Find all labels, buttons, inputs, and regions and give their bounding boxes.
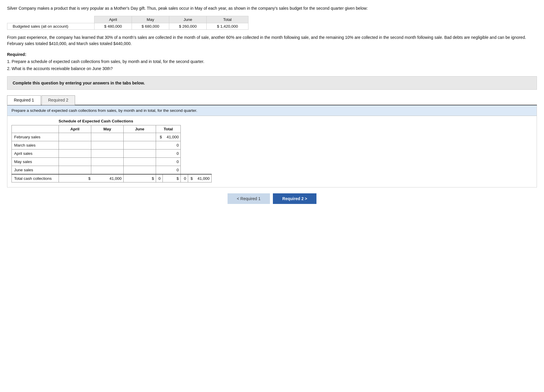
february-may-field[interactable] xyxy=(91,133,123,141)
may-may-field[interactable] xyxy=(91,158,123,166)
june-april-field[interactable] xyxy=(59,166,91,174)
budget-header-may: May xyxy=(132,16,169,23)
february-total: 41,000 xyxy=(162,133,181,141)
march-april-field[interactable] xyxy=(59,141,91,149)
march-june-input[interactable] xyxy=(124,141,156,150)
june-june-field[interactable] xyxy=(124,166,156,174)
june-june-input[interactable] xyxy=(124,166,156,174)
march-june-field[interactable] xyxy=(124,141,156,149)
february-april-field[interactable] xyxy=(59,133,91,141)
tab-required2[interactable]: Required 2 xyxy=(42,95,75,105)
total-may-value: 0 xyxy=(156,174,163,182)
tabs-container: Required 1 Required 2 Prepare a schedule… xyxy=(7,95,537,187)
february-june-field[interactable] xyxy=(124,133,156,141)
total-may-dollar: $ xyxy=(124,174,156,182)
budget-table: April May June Total Budgeted sales (all… xyxy=(7,16,248,30)
required-item-1: 1. Prepare a schedule of expected cash c… xyxy=(7,59,204,64)
may-april-field[interactable] xyxy=(59,158,91,166)
march-dollar xyxy=(156,141,163,150)
nav-buttons: < Required 1 Required 2 > xyxy=(7,193,537,204)
april-total: 0 xyxy=(162,150,181,158)
may-may-input[interactable] xyxy=(91,158,124,166)
march-may-input[interactable] xyxy=(91,141,124,150)
sched-header-april: April xyxy=(59,125,91,133)
may-dollar xyxy=(156,158,163,166)
table-row: April sales 0 xyxy=(12,150,212,158)
budget-may-value: $ 680,000 xyxy=(132,23,169,29)
complete-question-text: Complete this question by entering your … xyxy=(13,81,145,85)
budget-header-june: June xyxy=(169,16,207,23)
total-grand-value: 41,000 xyxy=(193,174,212,182)
prev-button[interactable]: < Required 1 xyxy=(228,193,270,204)
budget-header-total: Total xyxy=(207,16,248,23)
intro-paragraph1: Silver Company makes a product that is v… xyxy=(7,5,537,12)
complete-question-box: Complete this question by entering your … xyxy=(7,76,537,90)
total-june-dollar: $ xyxy=(162,174,181,182)
required-section: Required: 1. Prepare a schedule of expec… xyxy=(7,51,537,72)
tab-content: Prepare a schedule of expected cash coll… xyxy=(7,105,537,187)
budget-total-value: $ 1,420,000 xyxy=(207,23,248,29)
sched-header-may: May xyxy=(91,125,124,133)
table-row: June sales 0 xyxy=(12,166,212,174)
may-total: 0 xyxy=(162,158,181,166)
total-row-label: Total cash collections xyxy=(12,174,59,182)
sched-header-label xyxy=(12,125,59,133)
february-dollar: $ xyxy=(156,133,163,141)
april-june-field[interactable] xyxy=(124,150,156,157)
total-april-value: 41,000 xyxy=(91,174,124,182)
row-label-may: May sales xyxy=(12,158,59,166)
row-label-february: February sales xyxy=(12,133,59,141)
budget-header-april: April xyxy=(94,16,132,23)
june-total: 0 xyxy=(162,166,181,174)
sched-header-june: June xyxy=(124,125,156,133)
total-june-value: 0 xyxy=(181,174,188,182)
april-dollar xyxy=(156,150,163,158)
table-row: May sales 0 xyxy=(12,158,212,166)
tab-description: Prepare a schedule of expected cash coll… xyxy=(7,105,537,116)
april-april-input[interactable] xyxy=(59,150,91,158)
budget-row-label: Budgeted sales (all on account) xyxy=(7,23,94,29)
budget-april-value: $ 480,000 xyxy=(94,23,132,29)
april-june-input[interactable] xyxy=(124,150,156,158)
june-may-input[interactable] xyxy=(91,166,124,174)
may-june-input[interactable] xyxy=(124,158,156,166)
february-april-input[interactable] xyxy=(59,133,91,141)
may-april-input[interactable] xyxy=(59,158,91,166)
tabs-row: Required 1 Required 2 xyxy=(7,95,537,105)
table-row: February sales $ 41,000 xyxy=(12,133,212,141)
april-april-field[interactable] xyxy=(59,150,91,157)
total-grand-dollar: $ xyxy=(188,174,193,182)
sched-header-total: Total xyxy=(156,125,181,133)
required-item-2: 2. What is the accounts receivable balan… xyxy=(7,66,113,71)
table-row: March sales 0 xyxy=(12,141,212,150)
june-april-input[interactable] xyxy=(59,166,91,174)
row-label-june: June sales xyxy=(12,166,59,174)
schedule-table: April May June Total February sales xyxy=(11,125,212,182)
row-label-march: March sales xyxy=(12,141,59,150)
schedule-wrapper: Schedule of Expected Cash Collections Ap… xyxy=(7,116,537,187)
schedule-title: Schedule of Expected Cash Collections xyxy=(11,119,533,123)
total-april-dollar: $ xyxy=(59,174,91,182)
experience-paragraph: From past experience, the company has le… xyxy=(7,34,537,47)
february-may-input[interactable] xyxy=(91,133,124,141)
june-dollar xyxy=(156,166,163,174)
march-total: 0 xyxy=(162,141,181,150)
budget-june-value: $ 260,000 xyxy=(169,23,207,29)
june-may-field[interactable] xyxy=(91,166,123,174)
next-button[interactable]: Required 2 > xyxy=(273,193,316,204)
tab-required1[interactable]: Required 1 xyxy=(7,95,41,105)
april-may-field[interactable] xyxy=(91,150,123,157)
february-june-input[interactable] xyxy=(124,133,156,141)
march-may-field[interactable] xyxy=(91,141,123,149)
row-label-april: April sales xyxy=(12,150,59,158)
march-april-input[interactable] xyxy=(59,141,91,150)
total-cash-row: Total cash collections $ 41,000 $ 0 $ 0 … xyxy=(12,174,212,182)
may-june-field[interactable] xyxy=(124,158,156,166)
april-may-input[interactable] xyxy=(91,150,124,158)
required-label: Required: xyxy=(7,52,26,57)
